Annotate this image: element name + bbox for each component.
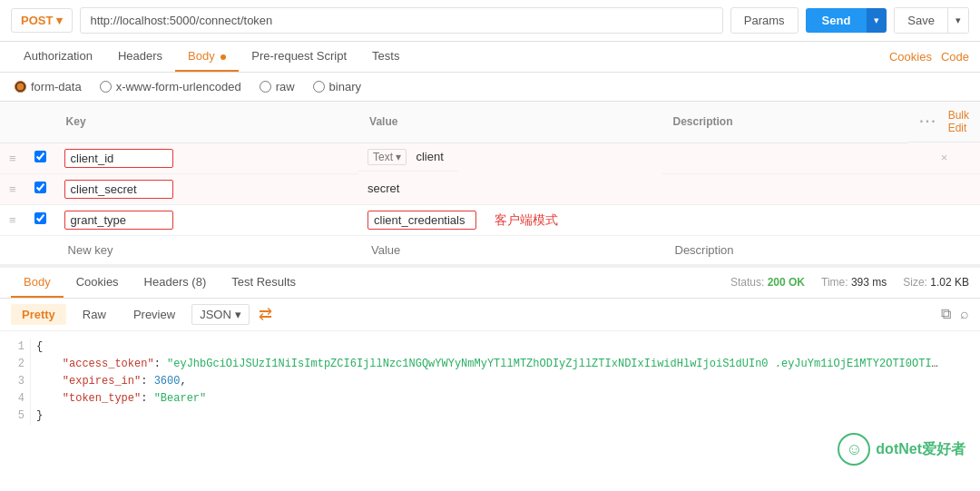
table-row: ≡ grant_type client_credentials 客户端模式: [0, 204, 980, 235]
tab-prerequest[interactable]: Pre-request Script: [239, 42, 359, 72]
key-value-2: client_secret: [71, 182, 137, 196]
key-cell-2: client_secret: [55, 173, 358, 204]
bulk-edit-btn[interactable]: Bulk Edit: [948, 109, 969, 134]
raw-option[interactable]: raw: [260, 80, 295, 93]
th-key: Key: [55, 102, 358, 142]
th-dots: ···: [919, 113, 936, 130]
format-pretty-btn[interactable]: Pretty: [11, 304, 66, 325]
resp-tab-headers[interactable]: Headers (8): [132, 268, 220, 298]
url-input[interactable]: [80, 7, 722, 34]
status-value: 200 OK: [768, 276, 805, 289]
time-label: Time: 393 ms: [821, 276, 887, 289]
form-data-option[interactable]: form-data: [15, 80, 82, 93]
tabs-right: Cookies Code: [889, 50, 969, 64]
new-check: [25, 235, 55, 264]
th-key-prefix: [0, 102, 55, 142]
resp-tab-body[interactable]: Body: [11, 268, 64, 298]
delete-btn-2[interactable]: [908, 173, 980, 204]
resp-tab-test-results[interactable]: Test Results: [219, 268, 309, 298]
json-format-select[interactable]: JSON ▾: [191, 304, 250, 325]
json-line-3: "expires_in": 3600,: [36, 373, 969, 390]
body-tab-dot: [220, 54, 226, 60]
tab-headers[interactable]: Headers: [105, 42, 175, 72]
save-dropdown-button[interactable]: ▾: [947, 7, 969, 34]
drag-handle: ≡: [0, 204, 25, 235]
json-line-1: {: [36, 339, 969, 356]
line-numbers: 12345: [0, 339, 31, 426]
cookies-link[interactable]: Cookies: [889, 50, 932, 64]
annotation-3: 客户端模式: [495, 212, 558, 227]
new-delete: [908, 235, 980, 264]
new-desc-cell[interactable]: [662, 235, 909, 264]
val-cell-3: client_credentials 客户端模式: [358, 204, 662, 235]
json-label: JSON: [200, 308, 231, 321]
orange-icon: ⇄: [259, 304, 272, 324]
th-value: Value: [358, 102, 662, 142]
drag-handle: ≡: [0, 173, 25, 204]
json-line-5: }: [36, 408, 969, 425]
table-row: ≡ client_secret secret: [0, 173, 980, 204]
form-data-label: form-data: [31, 80, 82, 93]
delete-btn-1[interactable]: ×: [908, 142, 980, 173]
desc-cell-3[interactable]: [662, 204, 909, 235]
method-label: POST: [21, 14, 53, 27]
urlencoded-option[interactable]: x-www-form-urlencoded: [100, 80, 241, 93]
status-label: Status: 200 OK: [730, 276, 805, 289]
key-cell-3: grant_type: [55, 204, 358, 235]
new-key-cell[interactable]: [55, 235, 358, 264]
row-check-3[interactable]: [25, 204, 55, 235]
new-row: [0, 235, 980, 264]
save-btn-group: Save ▾: [894, 7, 969, 34]
request-tabs: Authorization Headers Body Pre-request S…: [0, 42, 980, 73]
val-cell-1: Text ▾ client: [358, 143, 458, 172]
tab-body[interactable]: Body: [175, 42, 239, 72]
code-link[interactable]: Code: [941, 50, 969, 64]
binary-option[interactable]: binary: [313, 80, 361, 93]
save-button[interactable]: Save: [894, 7, 947, 34]
new-drag: [0, 235, 25, 264]
json-arrow: ▾: [235, 308, 241, 321]
type-selector-1[interactable]: Text ▾: [368, 149, 407, 165]
desc-cell-2[interactable]: [662, 173, 909, 204]
response-toolbar: Pretty Raw Preview JSON ▾ ⇄ ⧉ ⌕: [0, 299, 980, 331]
resp-tab-cookies[interactable]: Cookies: [64, 268, 132, 298]
binary-label: binary: [329, 80, 361, 93]
json-line-4: "token_type": "Bearer": [36, 390, 969, 408]
method-select[interactable]: POST ▾: [11, 8, 73, 33]
search-icon[interactable]: ⌕: [960, 306, 969, 322]
val-cell-2: secret: [358, 173, 662, 204]
key-value-3: grant_type: [71, 213, 126, 227]
row-check-2[interactable]: [25, 173, 55, 204]
method-arrow: ▾: [56, 14, 63, 27]
val-box-3: client_credentials: [368, 211, 476, 230]
send-dropdown-button[interactable]: ▾: [867, 8, 887, 33]
params-button[interactable]: Params: [730, 7, 799, 34]
copy-icon[interactable]: ⧉: [941, 306, 951, 322]
new-desc-input[interactable]: [671, 241, 900, 259]
tab-authorization[interactable]: Authorization: [11, 42, 105, 72]
request-bar: POST ▾ Params Send ▾ Save ▾: [0, 0, 980, 42]
val-value-3: client_credentials: [374, 213, 465, 227]
desc-cell-1[interactable]: [662, 142, 909, 173]
form-table: Key Value Description ··· Bulk Edit ≡ cl…: [0, 102, 980, 265]
tab-tests[interactable]: Tests: [359, 42, 412, 72]
new-key-input[interactable]: [64, 241, 349, 259]
format-raw-btn[interactable]: Raw: [72, 304, 117, 325]
response-status-bar: Status: 200 OK Time: 393 ms Size: 1.02 K…: [730, 276, 969, 289]
key-value-1: client_id: [71, 152, 114, 165]
key-cell-1: client_id: [55, 142, 358, 173]
new-val-cell[interactable]: [358, 235, 662, 264]
response-section: Body Cookies Headers (8) Test Results St…: [0, 265, 980, 433]
send-button[interactable]: Send: [806, 8, 867, 33]
delete-btn-3[interactable]: [908, 204, 980, 235]
new-val-input[interactable]: [368, 241, 652, 259]
raw-label: raw: [276, 80, 295, 93]
send-btn-group: Send ▾: [806, 8, 887, 33]
val-value-1: client: [416, 150, 443, 163]
th-actions: ··· Bulk Edit: [908, 102, 980, 142]
time-value: 393 ms: [851, 276, 887, 289]
size-value: 1.02 KB: [930, 276, 969, 289]
row-check-1[interactable]: [25, 142, 55, 173]
body-options: form-data x-www-form-urlencoded raw bina…: [0, 73, 980, 102]
format-preview-btn[interactable]: Preview: [122, 304, 186, 325]
